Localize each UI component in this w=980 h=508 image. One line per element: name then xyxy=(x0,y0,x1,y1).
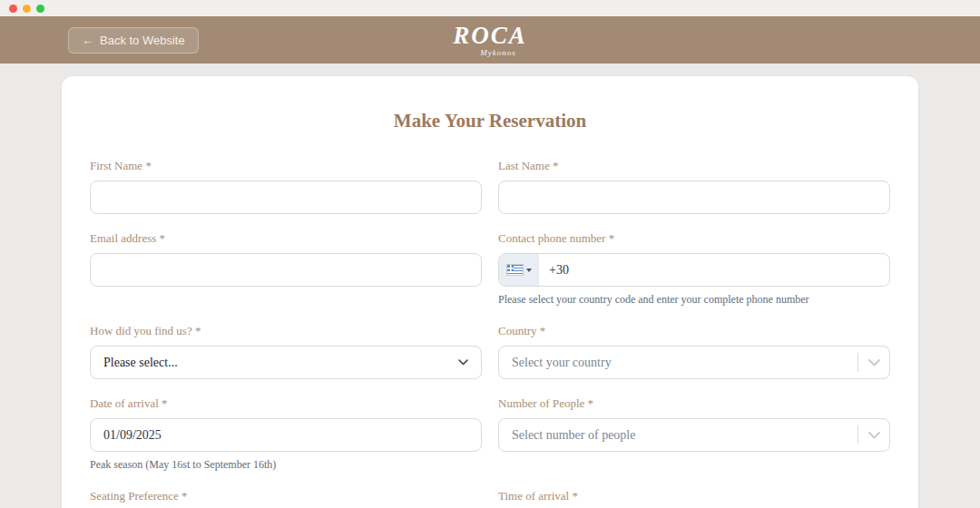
referral-label: How did you find us? * xyxy=(90,324,482,338)
close-window-button[interactable] xyxy=(9,5,17,13)
phone-input[interactable]: +30 xyxy=(498,253,890,287)
chevron-down-icon xyxy=(458,359,468,366)
country-placeholder: Select your country xyxy=(499,356,612,370)
select-indicators xyxy=(858,419,889,451)
traffic-lights xyxy=(9,5,44,13)
minimize-window-button[interactable] xyxy=(23,5,31,13)
zoom-window-button[interactable] xyxy=(36,5,44,13)
date-label: Date of arrival * xyxy=(90,396,482,411)
people-field-group: Number of People * Select number of peop… xyxy=(498,396,890,472)
reservation-card: Make Your Reservation First Name * Last … xyxy=(62,76,918,508)
seating-field-group: Seating Preference * FRONT ROW UNOBSTRUC… xyxy=(90,489,482,508)
last-name-input[interactable] xyxy=(498,181,890,214)
people-placeholder: Select number of people xyxy=(499,428,635,443)
phone-label: Contact phone number * xyxy=(498,231,890,246)
chevron-down-icon[interactable] xyxy=(858,432,889,439)
people-label: Number of People * xyxy=(498,396,890,411)
select-indicators xyxy=(858,347,889,378)
email-input[interactable] xyxy=(90,253,482,287)
referral-select[interactable]: Please select... xyxy=(90,346,482,379)
country-select[interactable]: Select your country xyxy=(498,346,890,379)
reservation-form: First Name * Last Name * Email address *… xyxy=(90,159,890,508)
country-code-selector[interactable] xyxy=(499,254,539,286)
page-title: Make Your Reservation xyxy=(90,110,890,132)
first-name-field-group: First Name * xyxy=(90,159,482,214)
window-titlebar xyxy=(0,0,980,16)
dial-code-value: +30 xyxy=(539,263,569,278)
phone-helper-text: Please select your country code and ente… xyxy=(498,293,890,307)
greece-flag-icon xyxy=(506,264,524,276)
email-field-group: Email address * xyxy=(90,231,482,307)
first-name-label: First Name * xyxy=(90,159,482,173)
logo-wordmark: ROCA xyxy=(453,24,527,48)
phone-field-group: Contact phone number * +30 Please select… xyxy=(498,231,890,307)
roca-logo: ROCA Mykonos xyxy=(453,24,527,57)
caret-down-icon xyxy=(526,269,532,272)
back-to-website-button[interactable]: ← Back to Website xyxy=(68,27,199,54)
date-helper-text: Peak season (May 16st to September 16th) xyxy=(90,458,482,472)
date-field-group: Date of arrival * Peak season (May 16st … xyxy=(90,396,482,472)
back-arrow-icon: ← xyxy=(82,34,93,46)
back-button-label: Back to Website xyxy=(100,34,185,47)
first-name-input[interactable] xyxy=(90,181,482,214)
last-name-field-group: Last Name * xyxy=(498,159,890,214)
country-field-group: Country * Select your country xyxy=(498,324,890,379)
email-label: Email address * xyxy=(90,231,482,246)
page-header: ← Back to Website ROCA Mykonos xyxy=(0,16,980,64)
seating-label: Seating Preference * xyxy=(90,489,482,503)
referral-selected-value: Please select... xyxy=(103,356,178,370)
logo-subtitle: Mykonos xyxy=(469,49,527,57)
referral-field-group: How did you find us? * Please select... xyxy=(90,324,482,379)
people-select[interactable]: Select number of people xyxy=(498,418,890,452)
time-label: Time of arrival * xyxy=(498,489,890,503)
date-of-arrival-input[interactable] xyxy=(90,418,482,452)
time-field-group: Time of arrival * Select arrival time xyxy=(498,489,890,508)
last-name-label: Last Name * xyxy=(498,159,890,173)
country-label: Country * xyxy=(498,324,890,338)
chevron-down-icon[interactable] xyxy=(858,359,889,366)
